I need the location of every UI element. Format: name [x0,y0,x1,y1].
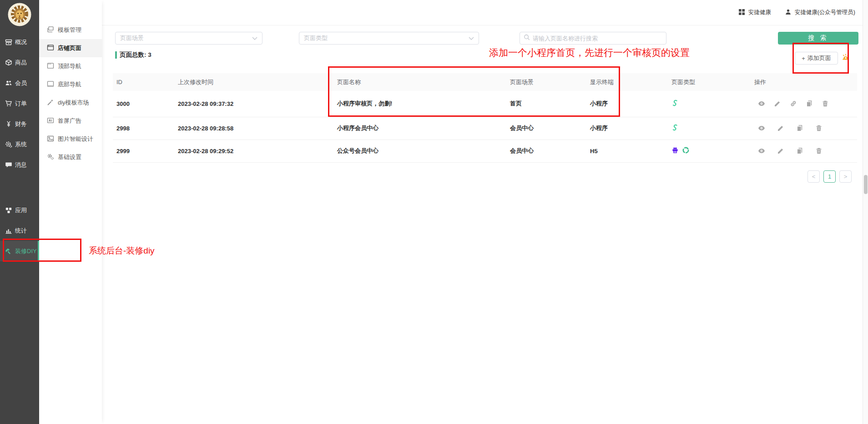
submenu-item-basic-settings[interactable]: 基础设置 [39,148,102,166]
sidebar-item-apps[interactable]: 应用 [0,200,39,220]
orders-icon [5,100,12,107]
chevron-down-icon [469,35,474,42]
cell-actions [751,140,857,162]
message-bubble-icon [5,161,12,169]
submenu-item-image-smart-design[interactable]: 图片智能设计 [39,130,102,148]
cell-id: 3000 [113,91,174,117]
total-text: 页面总数: 3 [120,51,151,59]
basic-settings-gear-icon [47,153,54,162]
sidebar-bottom-nav: 应用 统计 装修DIY [0,200,39,261]
sidebar-item-label: 财务 [15,120,27,128]
type-select-placeholder: 页面类型 [304,34,328,42]
sidebar-item-system[interactable]: 系统 [0,134,39,155]
copy-icon[interactable] [796,147,803,155]
cell-terminal: H5 [586,140,668,162]
scene-select[interactable]: 页面场景 [115,32,262,45]
sidebar-item-members[interactable]: 会员 [0,73,39,93]
type-select[interactable]: 页面类型 [299,32,479,45]
add-page-label: 添加页面 [807,54,831,62]
submenu-item-splash-ad[interactable]: 首屏广告 [39,112,102,130]
lion-logo-icon [8,3,31,26]
edit-icon[interactable] [777,125,784,132]
delete-icon[interactable] [822,100,829,107]
search-button[interactable]: 搜 索 [778,32,858,45]
edit-icon[interactable] [777,147,784,155]
sidebar-item-label: 统计 [15,227,27,235]
sidebar-item-statistics[interactable]: 统计 [0,220,39,241]
cell-name: 小程序会员中心 [333,117,506,140]
template-manage-icon [47,26,54,35]
view-icon[interactable] [758,125,765,132]
system-gear-icon [5,141,12,148]
table-row: 2998 2023-02-28 09:28:58 小程序会员中心 会员中心 小程… [113,117,857,140]
pages-table: ID 上次修改时间 页面名称 页面场景 显示终端 页面类型 操作 3000 20… [113,73,857,163]
h5-icon [671,147,679,155]
cell-type [668,140,751,162]
submenu-sidebar: 模板管理 店铺页面 顶部导航 底部导航 diy模板市场 首屏广告 图片智能设计 … [39,0,102,424]
shop-pages-icon [47,44,54,53]
submenu-item-top-nav[interactable]: 顶部导航 [39,57,102,75]
overview-icon [5,39,12,46]
search-box [520,32,666,45]
cell-name: 公众号会员中心 [333,140,506,162]
submenu-item-template-manage[interactable]: 模板管理 [39,21,102,39]
image-design-icon [47,135,54,144]
statistics-chart-icon [5,227,12,234]
view-icon[interactable] [758,100,765,107]
annotation-note-decorate-diy: 系统后台-装修diy [89,245,155,257]
apps-cubes-icon [5,207,12,214]
col-scene: 页面场景 [506,73,586,91]
submenu-item-bottom-nav[interactable]: 底部导航 [39,75,102,94]
user-menu[interactable]: 安捷健康(公众号管理员) [785,9,855,17]
col-modified: 上次修改时间 [174,73,333,91]
submenu-item-diy-template-market[interactable]: diy模板市场 [39,94,102,112]
sidebar-item-label: 应用 [15,206,27,214]
cell-modified: 2023-02-28 09:37:32 [174,91,333,117]
copy-icon[interactable] [796,125,803,132]
view-icon[interactable] [758,147,765,155]
sidebar-item-label: 商品 [15,59,27,67]
edit-icon[interactable] [774,100,781,107]
search-input[interactable] [533,35,662,42]
copy-icon[interactable] [806,100,813,107]
sidebar-item-overview[interactable]: 概况 [0,32,39,52]
sidebar-item-goods[interactable]: 商品 [0,52,39,73]
miniprogram-icon [671,124,679,133]
sidebar-item-label: 订单 [15,100,27,108]
col-terminal: 显示终端 [586,73,668,91]
add-page-button[interactable]: + 添加页面 [795,52,838,65]
pagination-next[interactable]: > [839,170,852,183]
sidebar-item-label: 系统 [15,140,27,149]
main-nav: 概况 商品 会员 订单 财务 系统 [0,32,39,175]
col-actions: 操作 [751,73,857,91]
link-icon[interactable] [790,100,797,107]
cell-scene: 首页 [506,91,586,117]
scrollbar-thumb[interactable] [864,175,868,194]
scrollbar[interactable] [863,0,868,424]
submenu-item-label: 顶部导航 [58,62,81,70]
submenu-item-shop-pages[interactable]: 店铺页面 [39,39,102,57]
delete-icon[interactable] [815,125,823,132]
pagination-page-1[interactable]: 1 [823,170,836,183]
sidebar-item-decorate-diy[interactable]: 装修DIY [0,241,39,261]
sidebar-item-orders[interactable]: 订单 [0,93,39,114]
pagination-prev[interactable]: < [807,170,820,183]
alarm-icon[interactable] [841,53,850,62]
submenu-item-label: diy模板市场 [58,99,89,107]
cell-modified: 2023-02-28 09:29:52 [174,140,333,162]
main-sidebar: 概况 商品 会员 订单 财务 系统 [0,0,39,424]
sidebar-item-finance[interactable]: 财务 [0,114,39,134]
sidebar-item-messages[interactable]: 消息 [0,155,39,175]
submenu-item-label: 底部导航 [58,80,81,89]
org-switcher[interactable]: 安捷健康 [738,9,771,17]
table-header-row: ID 上次修改时间 页面名称 页面场景 显示终端 页面类型 操作 [113,73,857,91]
topbar: 安捷健康 安捷健康(公众号管理员) [102,0,863,25]
delete-icon[interactable] [815,147,823,155]
sidebar-item-label: 概况 [15,38,27,46]
diy-market-wand-icon [47,99,54,107]
cell-scene: 会员中心 [506,117,586,140]
submenu-item-label: 模板管理 [58,26,81,34]
sidebar-item-label: 会员 [15,79,27,87]
org-grid-icon [738,9,745,17]
submenu-item-label: 店铺页面 [58,44,81,52]
